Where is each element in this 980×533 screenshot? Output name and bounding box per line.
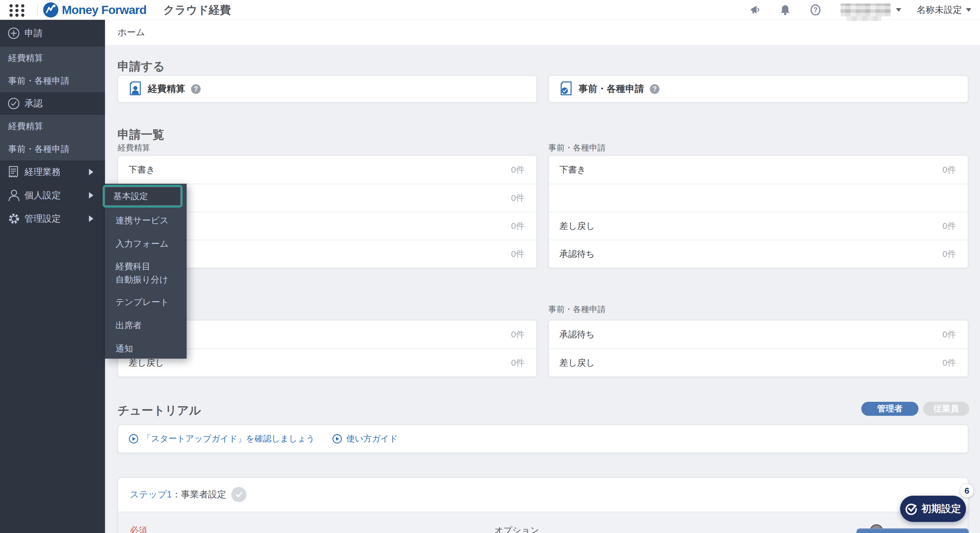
sidebar-item-expense-report[interactable]: 経費精算 xyxy=(0,47,105,69)
sidebar-item-label: 個人設定 xyxy=(24,189,60,202)
optional-column-label: オプション xyxy=(495,525,539,533)
list-left-subheading: 経費精算 xyxy=(118,142,150,153)
step1-title: ：事業者設定 xyxy=(172,488,226,501)
flyout-item-label-line2: 自動振り分け xyxy=(116,273,168,286)
bell-icon[interactable] xyxy=(780,4,791,16)
row-count: 0件 xyxy=(511,248,525,260)
plus-circle-icon xyxy=(8,27,20,42)
flyout-item-attendees[interactable]: 出席者 xyxy=(105,314,187,337)
flyout-item-basic-settings[interactable]: 基本設定 xyxy=(103,185,183,208)
moneyforward-logo-icon xyxy=(43,2,58,19)
personal-settings-flyout-menu: 基本設定 連携サービス 入力フォーム 経費科目 自動振り分け テンプレート 出席… xyxy=(105,184,187,359)
help-icon[interactable]: ? xyxy=(191,84,200,94)
sidebar-item-label: 申請 xyxy=(24,27,43,39)
tutorial-toggle-employee[interactable]: 従業員 xyxy=(923,402,969,416)
page-title-bar xyxy=(105,20,980,45)
content-area xyxy=(105,45,980,533)
chevron-right-icon xyxy=(89,215,93,222)
flyout-item-expense-category-auto-sort[interactable]: 経費科目 自動振り分け xyxy=(105,255,187,290)
row-label: 差し戻し xyxy=(559,220,595,232)
list-row-pending[interactable]: 承認待ち 0件 xyxy=(549,240,968,268)
apply-card-label: 経費精算 xyxy=(148,83,185,95)
chevron-down-icon[interactable] xyxy=(966,8,971,12)
chevron-right-icon xyxy=(89,192,93,199)
sidebar-item-label: 事前・各種申請 xyxy=(8,143,69,155)
help-icon[interactable]: ? xyxy=(650,84,659,94)
row-label: 下書き xyxy=(129,164,155,176)
sidebar-item-label: 経費精算 xyxy=(8,121,43,132)
row-count: 0件 xyxy=(511,357,525,369)
receipt-icon xyxy=(8,165,19,181)
flyout-item-label: テンプレート xyxy=(116,296,169,308)
flyout-item-label: 入力フォーム xyxy=(116,238,169,250)
tutorial-toggle-admin[interactable]: 管理者 xyxy=(861,402,918,416)
play-icon xyxy=(332,434,342,444)
list-right-subheading: 事前・各種申請 xyxy=(548,142,606,153)
flyout-item-label: 基本設定 xyxy=(113,190,148,202)
sidebar-item-accounting[interactable]: 経理業務 xyxy=(0,161,105,184)
row-label: 承認待ち xyxy=(559,329,595,340)
guide-button-peek[interactable] xyxy=(856,528,969,533)
flyout-item-input-form[interactable]: 入力フォーム xyxy=(105,232,187,255)
help-icon[interactable]: ? xyxy=(810,4,821,16)
row-count: 0件 xyxy=(511,329,525,340)
sidebar-item-admin-settings[interactable]: 管理設定 xyxy=(0,207,105,230)
usage-guide-link[interactable]: 使い方ガイド xyxy=(332,433,398,445)
gear-icon xyxy=(8,212,21,228)
sidebar-item-approval-pre[interactable]: 事前・各種申請 xyxy=(0,138,105,161)
initial-setup-button[interactable]: 初期設定 xyxy=(900,496,966,522)
sidebar-item-apply[interactable]: 申請 xyxy=(0,20,105,47)
sidebar-item-label: 承認 xyxy=(24,97,43,110)
list-row-draft[interactable]: 下書き 0件 xyxy=(549,156,968,184)
header-divider xyxy=(37,4,38,16)
sidebar-item-label: 事前・各種申請 xyxy=(8,75,69,87)
row-count: 0件 xyxy=(942,220,956,232)
sidebar-item-personal-settings[interactable]: 個人設定 xyxy=(0,184,105,207)
tenant-name-menu[interactable]: 名称未設定 xyxy=(917,0,962,20)
sidebar-item-label: 管理設定 xyxy=(24,213,60,225)
setup-badge-count: 6 xyxy=(960,484,974,497)
flyout-item-label: 連携サービス xyxy=(116,215,169,227)
flyout-item-linked-services[interactable]: 連携サービス xyxy=(105,209,187,232)
pre-application-status-list: 下書き 0件 差し戻し 0件 承認待ち 0件 xyxy=(548,155,968,268)
step1-header[interactable]: ステップ1：事業者設定 xyxy=(118,478,968,511)
sidebar-item-pre-application[interactable]: 事前・各種申請 xyxy=(0,69,105,92)
link-label: 「スタートアップガイド」を確認しましょう xyxy=(143,433,315,445)
row-label: 承認待ち xyxy=(559,248,595,260)
megaphone-icon[interactable] xyxy=(750,4,762,16)
brand-name: Money Forward xyxy=(62,0,146,20)
list-row-empty xyxy=(549,184,968,212)
row-count: 0件 xyxy=(942,248,956,260)
row-label: 下書き xyxy=(559,164,586,176)
startup-guide-link[interactable]: 「スタートアップガイド」を確認しましょう xyxy=(129,433,315,445)
toggle-label: 管理者 xyxy=(877,403,903,415)
row-count: 0件 xyxy=(942,164,956,176)
required-column-label: 必須 xyxy=(130,525,147,533)
tutorial-heading: チュートリアル xyxy=(118,403,201,418)
expense-report-icon xyxy=(129,81,142,97)
sidebar-item-approval-expense[interactable]: 経費精算 xyxy=(0,115,105,138)
pre-application-icon xyxy=(559,81,573,97)
list-row-pending[interactable]: 承認待ち 0件 xyxy=(549,320,968,348)
sidebar-item-approval[interactable]: 承認 xyxy=(0,92,105,115)
list-row-returned[interactable]: 差し戻し 0件 xyxy=(549,212,968,240)
flyout-item-label: 出席者 xyxy=(116,320,142,331)
list-section-heading: 申請一覧 xyxy=(118,127,164,143)
sidebar-nav: 申請 経費精算 事前・各種申請 承認 経費精算 事前・各種申請 経理業務 xyxy=(0,20,105,533)
row-count: 0件 xyxy=(942,357,956,369)
account-name-masked[interactable] xyxy=(841,3,891,16)
apply-section-heading: 申請する xyxy=(118,58,165,74)
tenant-name-label: 名称未設定 xyxy=(917,4,962,16)
app-grid-icon[interactable] xyxy=(9,3,27,19)
sidebar-item-label: 経費精算 xyxy=(8,52,43,64)
list-row-draft[interactable]: 下書き 0件 xyxy=(118,156,536,184)
list-row-returned[interactable]: 差し戻し 0件 xyxy=(549,348,968,376)
step1-card: ステップ1：事業者設定 必須 オプション xyxy=(118,477,968,533)
apply-card-pre-application[interactable]: 事前・各種申請 ? xyxy=(548,75,968,103)
chevron-down-icon[interactable] xyxy=(896,8,901,12)
flyout-item-notifications[interactable]: 通知 xyxy=(105,337,187,360)
svg-text:?: ? xyxy=(813,6,818,14)
apply-card-expense[interactable]: 経費精算 ? xyxy=(118,75,537,103)
row-label: 差し戻し xyxy=(559,357,595,369)
flyout-item-template[interactable]: テンプレート xyxy=(105,290,187,314)
